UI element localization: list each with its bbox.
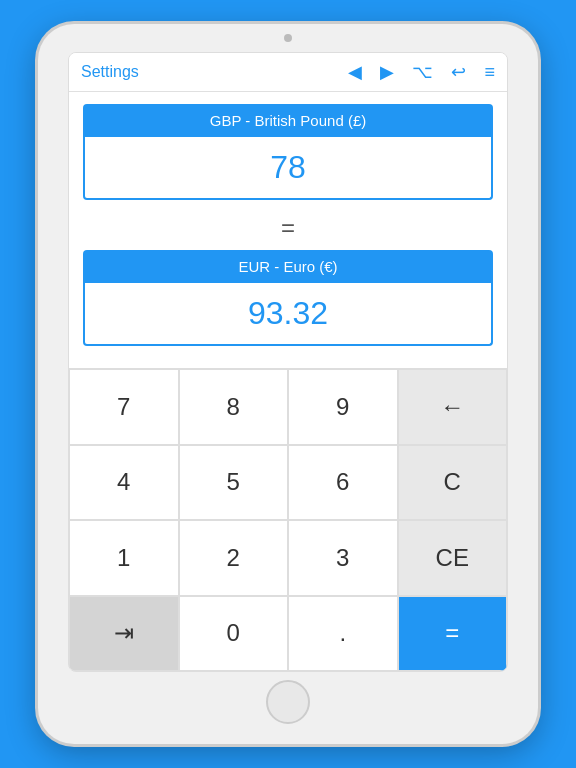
equals-sign: = [83, 210, 493, 246]
from-currency-value: 78 [83, 137, 493, 200]
home-button[interactable] [266, 680, 310, 724]
key-1[interactable]: 1 [69, 520, 179, 596]
key-5[interactable]: 5 [179, 445, 289, 521]
key-_[interactable]: ← [398, 369, 508, 445]
undo-icon[interactable]: ↩ [451, 61, 466, 83]
tablet: Settings ◀ ▶ ⌥ ↩ ≡ GBP - British Pound (… [38, 24, 538, 744]
from-currency-label: GBP - British Pound (£) [83, 104, 493, 137]
to-currency-value: 93.32 [83, 283, 493, 346]
key-_[interactable]: = [398, 596, 508, 672]
key-_[interactable]: ⇥ [69, 596, 179, 672]
forward-icon[interactable]: ▶ [380, 61, 394, 83]
toolbar: Settings ◀ ▶ ⌥ ↩ ≡ [69, 53, 507, 92]
key-4[interactable]: 4 [69, 445, 179, 521]
back-icon[interactable]: ◀ [348, 61, 362, 83]
option-icon[interactable]: ⌥ [412, 61, 433, 83]
key-0[interactable]: 0 [179, 596, 289, 672]
key-_[interactable]: . [288, 596, 398, 672]
currency-area: GBP - British Pound (£) 78 = EUR - Euro … [69, 92, 507, 368]
key-C[interactable]: C [398, 445, 508, 521]
key-9[interactable]: 9 [288, 369, 398, 445]
key-3[interactable]: 3 [288, 520, 398, 596]
key-6[interactable]: 6 [288, 445, 398, 521]
key-CE[interactable]: CE [398, 520, 508, 596]
screen: Settings ◀ ▶ ⌥ ↩ ≡ GBP - British Pound (… [68, 52, 508, 672]
key-7[interactable]: 7 [69, 369, 179, 445]
to-currency-label: EUR - Euro (€) [83, 250, 493, 283]
key-8[interactable]: 8 [179, 369, 289, 445]
key-2[interactable]: 2 [179, 520, 289, 596]
toolbar-icons: ◀ ▶ ⌥ ↩ ≡ [348, 61, 495, 83]
menu-icon[interactable]: ≡ [484, 62, 495, 83]
keypad: 789←456C123CE⇥0.= [69, 368, 507, 671]
settings-button[interactable]: Settings [81, 63, 139, 81]
camera [284, 34, 292, 42]
